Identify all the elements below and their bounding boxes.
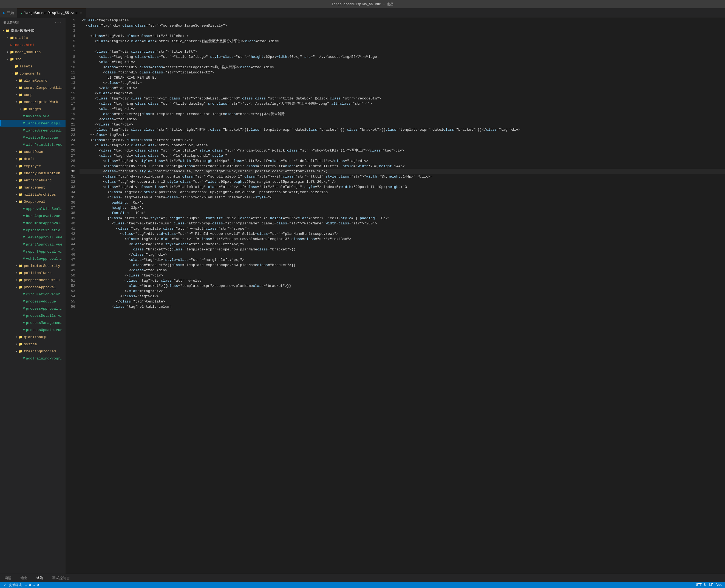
code-line-56: <class="tag">el-table-column [80, 304, 725, 309]
tab-terminal[interactable]: 终端 [32, 574, 48, 582]
line-number-54: 54 [68, 294, 75, 299]
code-line-4: <class="tag">div class=class="str">"titl… [80, 34, 725, 39]
language[interactable]: Vue [716, 583, 722, 587]
sidebar-item-vehicleApproval.vue[interactable]: V vehicleApproval.vue [0, 255, 65, 262]
line-number-22: 22 [68, 127, 75, 132]
line-number-45: 45 [68, 247, 75, 252]
title-bar-text: largeScreenDisplay_55.vue — 南昌 [331, 2, 394, 6]
sidebar-item-addTrainingProgram.vue[interactable]: V addTrainingProgram.vue [0, 355, 65, 362]
line-number-1: 1 [68, 18, 75, 23]
code-content[interactable]: <class="tag">template> <class="tag">div … [80, 18, 725, 574]
sidebar-item-src[interactable]: ▾ 📁 src [0, 56, 65, 63]
line-number-52: 52 [68, 283, 75, 289]
tab-start[interactable]: ▶ 开始 [0, 8, 17, 18]
sidebar-item-comp[interactable]: › 📁 comp [0, 91, 65, 98]
tab-debug-console[interactable]: 调试控制台 [48, 574, 74, 582]
sidebar-item-circulationRecord.vue[interactable]: V circulationRecord.vue [0, 291, 65, 298]
git-branch[interactable]: ⎇ 改版样式 [3, 583, 22, 587]
code-line-37: height: '33px', [80, 205, 725, 210]
line-number-42: 42 [68, 231, 75, 236]
sidebar-item-processUpdate.vue[interactable]: V processUpdate.vue [0, 326, 65, 333]
sidebar-item-preparednessDrill[interactable]: › 📁 preparednessDrill [0, 276, 65, 284]
sidebar-item-processDetails.vue[interactable]: V processDetails.vue [0, 312, 65, 319]
code-line-42: <class="tag">div :id=class="str">"'PlanI… [80, 231, 725, 236]
sidebar-item-index.html[interactable]: ◇ index.html [0, 41, 65, 48]
line-number-32: 32 [68, 179, 75, 184]
sidebar-root[interactable]: ▾ 📁 南昌-改版样式 [0, 27, 65, 34]
sidebar-item-visitorData.vue[interactable]: V visitorData.vue [0, 134, 65, 141]
line-number-53: 53 [68, 289, 75, 294]
sidebar-item-withPrintList.vue[interactable]: V withPrintList.vue [0, 141, 65, 148]
sidebar-item-printApproval.vue[interactable]: V printApproval.vue [0, 241, 65, 248]
sidebar-item-perimeterSecurity[interactable]: › 📁 perimeterSecurity [0, 262, 65, 269]
sidebar-item-energyConsumption[interactable]: › 📁 energyConsumption [0, 170, 65, 177]
editor-wrapper: 1234567891011121314151617181920212223242… [66, 18, 725, 574]
line-number-16: 16 [68, 96, 75, 101]
code-line-10: <class="tag">div class=class="str">"titl… [80, 65, 725, 70]
line-number-49: 49 [68, 268, 75, 273]
sidebar-item-burnApproval.vue[interactable]: V burnApproval.vue [0, 212, 65, 219]
sidebar-item-documentApproval.vue[interactable]: V documentApproval.vue [0, 219, 65, 227]
sidebar-item-processApproval.vue[interactable]: V processApproval.vue [0, 305, 65, 312]
sidebar-item-alarmRecord[interactable]: › 📁 alarmRecord [0, 77, 65, 84]
sidebar-more-icon[interactable]: ··· [54, 20, 62, 25]
sidebar-item-assets[interactable]: › 📁 assets [0, 63, 65, 70]
sidebar-item-leaveApproval.vue[interactable]: V leaveApproval.vue [0, 234, 65, 241]
sidebar-item-processAdd.vue[interactable]: V processAdd.vue [0, 298, 65, 305]
code-line-23: </class="tag">div> [80, 132, 725, 138]
vue-tab-icon: V [21, 11, 22, 15]
sidebar-item-qianlishuju[interactable]: › 📁 qianlishuju [0, 333, 65, 341]
editor-area: 1234567891011121314151617181920212223242… [66, 18, 725, 574]
sidebar-item-system[interactable]: › 📁 system [0, 341, 65, 348]
code-line-26: <class="tag">div class=class="str">"left… [80, 148, 725, 153]
sidebar-item-trainingProgram[interactable]: ▾ 📁 trainingProgram [0, 348, 65, 355]
code-line-49: </class="tag">div> [80, 268, 725, 273]
sidebar-item-management[interactable]: › 📁 management [0, 184, 65, 191]
error-count[interactable]: ⚠ 0 △ 0 [25, 583, 39, 587]
line-ending[interactable]: LF [709, 583, 713, 587]
line-number-44: 44 [68, 241, 75, 247]
sidebar-item-conscriptionWork[interactable]: ▾ 📁 conscriptionWork [0, 98, 65, 105]
tab-problems[interactable]: 问题 [0, 574, 16, 582]
sidebar-item-processManagement.vue[interactable]: V processManagement.vue [0, 319, 65, 326]
code-line-51: <class="tag">div class="attr">v-else [80, 278, 725, 283]
sidebar-item-epidemicSituationApproval.vue[interactable]: V epidemicSituationApproval.vue [0, 227, 65, 234]
tab-bar: ▶ 开始 V largeScreenDisplay_55.vue × [0, 8, 725, 18]
sidebar-item-entranceGuard[interactable]: › 📁 entranceGuard [0, 177, 65, 184]
line-number-30: 30 [68, 169, 75, 174]
sidebar-item-approvalWithSeal.vue[interactable]: V approvalWithSeal.vue [0, 205, 65, 212]
sidebar-item-draft[interactable]: › 📁 draft [0, 155, 65, 163]
tab-largeScreen[interactable]: V largeScreenDisplay_55.vue × [17, 8, 86, 18]
sidebar-item-commonComponentLibrary[interactable]: › 📁 commonComponentLibrary [0, 84, 65, 91]
line-number-31: 31 [68, 174, 75, 179]
sidebar-item-node_modules[interactable]: › 📁 node_modules [0, 48, 65, 56]
sidebar-item-countDown[interactable]: › 📁 countDown [0, 148, 65, 155]
sidebar-item-processApproval[interactable]: ▾ 📁 processApproval [0, 284, 65, 291]
sidebar-item-politicalWork[interactable]: › 📁 politicalWork [0, 269, 65, 276]
tab-close-icon[interactable]: × [79, 11, 83, 15]
sidebar-item-images[interactable]: › 📁 images [0, 105, 65, 112]
sidebar-item-OAapproval[interactable]: ▾ 📁 OAapproval [0, 198, 65, 205]
sidebar-item-reportApproval.vue[interactable]: V reportApproval.vue [0, 248, 65, 255]
line-number-56: 56 [68, 304, 75, 309]
sidebar-item-employee[interactable]: › 📁 employee [0, 163, 65, 170]
code-line-22: <class="tag">div class=class="str">"titl… [80, 127, 725, 132]
sidebar-item-components[interactable]: ▾ 📁 components [0, 70, 65, 77]
sidebar-item-militiaArchives[interactable]: › 📁 militiaArchives [0, 191, 65, 198]
code-line-20: </class="tag">div> [80, 117, 725, 122]
code-line-38: fontSize: '19px' [80, 210, 725, 216]
sidebar-item-largeScreenDisplay_55.vue[interactable]: V largeScreenDisplay_55.vue [0, 120, 65, 127]
encoding[interactable]: UTF-8 [696, 583, 706, 587]
line-number-36: 36 [68, 200, 75, 205]
code-line-35: <class="tag">el-table :data=class="str">… [80, 195, 725, 200]
code-line-53: </class="tag">div> [80, 289, 725, 294]
line-number-51: 51 [68, 278, 75, 283]
sidebar-item-largeScreenDisplay.vue[interactable]: V largeScreenDisplay.vue [0, 127, 65, 134]
tab-output[interactable]: 输出 [16, 574, 32, 582]
code-line-18: <class="tag">div> [80, 106, 725, 111]
line-number-55: 55 [68, 299, 75, 304]
line-number-35: 35 [68, 195, 75, 200]
sidebar-item-hkVideo.vue[interactable]: V hkVideo.vue [0, 112, 65, 120]
sidebar-item-static[interactable]: › 📁 static [0, 34, 65, 41]
code-line-36: padding: '0px', [80, 200, 725, 205]
